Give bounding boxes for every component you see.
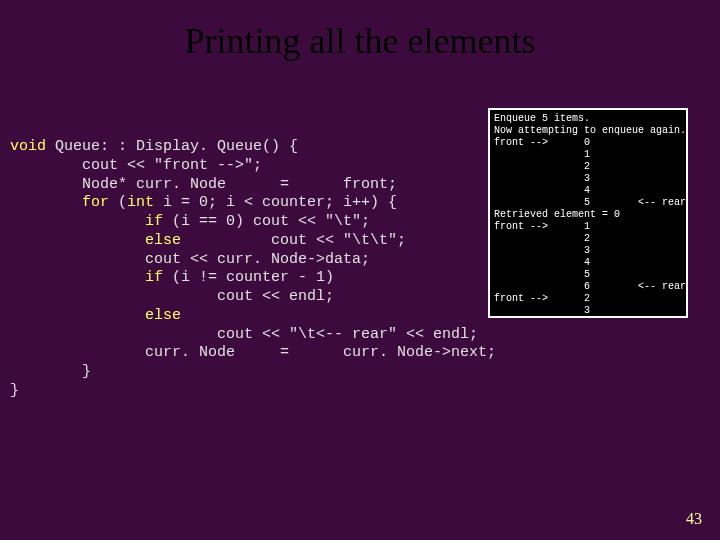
code-text: cout << endl; xyxy=(10,288,334,305)
code-text: cout << "\t\t"; xyxy=(181,232,406,249)
code-text xyxy=(10,232,145,249)
code-text xyxy=(10,307,145,324)
keyword: else xyxy=(145,232,181,249)
code-text: i = 0; i < counter; i++) { xyxy=(154,194,397,211)
code-text xyxy=(10,213,145,230)
keyword: void xyxy=(10,138,46,155)
keyword: if xyxy=(145,213,163,230)
code-text: Node* curr. Node = front; xyxy=(10,176,397,193)
keyword: if xyxy=(145,269,163,286)
keyword: int xyxy=(127,194,154,211)
code-text: cout << curr. Node->data; xyxy=(10,251,370,268)
code-text: cout << "\t<-- rear" << endl; xyxy=(10,326,478,343)
keyword: for xyxy=(82,194,109,211)
code-text xyxy=(10,269,145,286)
code-text xyxy=(10,194,82,211)
code-text: (i != counter - 1) xyxy=(163,269,334,286)
code-block: void Queue: : Display. Queue() { cout <<… xyxy=(10,138,496,401)
keyword: else xyxy=(145,307,181,324)
console-output: Enqueue 5 items. Now attempting to enque… xyxy=(488,108,688,318)
slide-title: Printing all the elements xyxy=(0,0,720,62)
code-text: (i == 0) cout << "\t"; xyxy=(163,213,370,230)
code-text: } xyxy=(10,382,19,399)
code-text: ( xyxy=(109,194,127,211)
code-text: Queue: : Display. Queue() { xyxy=(46,138,298,155)
code-text: } xyxy=(10,363,91,380)
page-number: 43 xyxy=(686,510,702,528)
code-text: cout << "front -->"; xyxy=(10,157,262,174)
code-text: curr. Node = curr. Node->next; xyxy=(10,344,496,361)
